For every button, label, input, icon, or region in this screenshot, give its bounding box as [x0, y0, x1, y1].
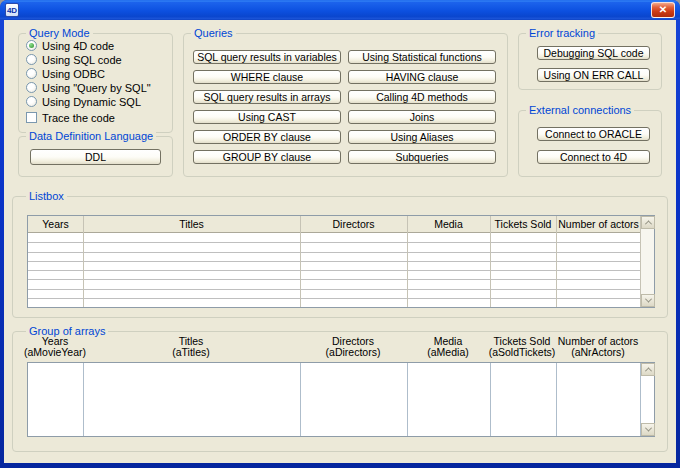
chevron-up-icon: [644, 220, 651, 227]
radio-label: Using 4D code: [42, 40, 114, 52]
array-variable-name: (aDirectors): [326, 346, 381, 358]
chevron-down-icon: [644, 425, 651, 432]
column-divider: [556, 363, 557, 436]
radio-using-4d-code[interactable]: Using 4D code: [26, 39, 114, 52]
array-header-years: Years (aMovieYear): [15, 336, 95, 358]
radio-label: Using SQL code: [42, 54, 122, 66]
radio-button-icon: [26, 68, 37, 79]
using-on-err-call-button[interactable]: Using ON ERR CALL: [537, 68, 650, 82]
array-header-number-of-actors: Number of actors (aNrActors): [543, 336, 653, 358]
group-title: Error tracking: [526, 27, 598, 39]
listbox-header-row: Years Titles Directors Media Tickets Sol…: [28, 216, 641, 233]
array-variable-name: (aTitles): [172, 346, 210, 358]
radio-label: Using Dynamic SQL: [42, 96, 141, 108]
radio-button-icon: [26, 96, 37, 107]
column-header-media[interactable]: Media: [407, 216, 490, 232]
column-divider: [490, 216, 491, 307]
radio-button-icon: [26, 40, 37, 51]
radio-using-sql-code[interactable]: Using SQL code: [26, 53, 122, 66]
scroll-down-button[interactable]: [641, 423, 655, 436]
chevron-down-icon: [644, 296, 651, 303]
title-bar[interactable]: 4D ✕: [0, 0, 680, 20]
using-aliases-button[interactable]: Using Aliases: [348, 130, 496, 144]
sql-query-results-in-variables-button[interactable]: SQL query results in variables: [193, 50, 341, 64]
column-header-number-of-actors[interactable]: Number of actors: [556, 216, 641, 232]
calling-4d-methods-button[interactable]: Calling 4D methods: [348, 90, 496, 104]
group-by-clause-button[interactable]: GROUP BY clause: [193, 150, 341, 164]
debugging-sql-code-button[interactable]: Debugging SQL code: [537, 46, 650, 60]
table-row[interactable]: [28, 234, 641, 243]
group-title: Queries: [191, 27, 236, 39]
array-header-titles: Titles (aTitles): [131, 336, 251, 358]
chevron-up-icon: [644, 367, 651, 374]
table-row[interactable]: [28, 290, 641, 299]
column-divider: [407, 216, 408, 307]
using-statistical-functions-button[interactable]: Using Statistical functions: [348, 50, 496, 64]
column-divider: [83, 363, 84, 436]
app-icon: 4D: [5, 3, 19, 17]
table-row[interactable]: [28, 271, 641, 280]
radio-using-dynamic-sql[interactable]: Using Dynamic SQL: [26, 95, 141, 108]
table-row[interactable]: [28, 299, 641, 307]
radio-using-odbc[interactable]: Using ODBC: [26, 67, 105, 80]
sql-query-results-in-arrays-button[interactable]: SQL query results in arrays: [193, 90, 341, 104]
radio-using-query-by-sql[interactable]: Using "Query by SQL": [26, 81, 151, 94]
group-title: External connections: [526, 104, 634, 116]
array-header-media: Media (aMedia): [408, 336, 488, 358]
group-title: Query Mode: [26, 27, 93, 39]
listbox-table[interactable]: Years Titles Directors Media Tickets Sol…: [27, 215, 655, 308]
column-divider: [300, 363, 301, 436]
checkbox-label: Trace the code: [42, 112, 115, 124]
radio-button-icon: [26, 54, 37, 65]
checkbox-icon: [26, 112, 37, 123]
close-button[interactable]: ✕: [651, 2, 675, 18]
connect-to-oracle-button[interactable]: Connect to ORACLE: [537, 127, 650, 141]
close-icon: ✕: [659, 5, 667, 15]
listbox-vertical-scrollbar[interactable]: [640, 216, 654, 307]
scroll-up-button[interactable]: [641, 216, 655, 229]
radio-label: Using "Query by SQL": [42, 82, 151, 94]
app-window: 4D ✕ Query Mode Using 4D code Using SQL …: [0, 0, 680, 468]
array-variable-name: (aNrActors): [571, 346, 625, 358]
scroll-up-button[interactable]: [641, 363, 655, 376]
column-divider: [556, 216, 557, 307]
group-of-arrays-listbox[interactable]: [27, 362, 655, 437]
column-header-years[interactable]: Years: [28, 216, 83, 232]
table-row[interactable]: [28, 262, 641, 271]
radio-label: Using ODBC: [42, 68, 105, 80]
window-body: Query Mode Using 4D code Using SQL code …: [4, 20, 676, 463]
joins-button[interactable]: Joins: [348, 110, 496, 124]
table-row[interactable]: [28, 253, 641, 262]
radio-button-icon: [26, 82, 37, 93]
connect-to-4d-button[interactable]: Connect to 4D: [537, 150, 650, 164]
checkbox-trace-the-code[interactable]: Trace the code: [26, 111, 115, 124]
array-variable-name: (aMovieYear): [24, 346, 86, 358]
subqueries-button[interactable]: Subqueries: [348, 150, 496, 164]
ddl-button[interactable]: DDL: [30, 149, 161, 165]
using-cast-button[interactable]: Using CAST: [193, 110, 341, 124]
group-external-connections: External connections: [518, 110, 662, 177]
column-header-tickets-sold[interactable]: Tickets Sold: [490, 216, 556, 232]
order-by-clause-button[interactable]: ORDER BY clause: [193, 130, 341, 144]
column-divider: [300, 216, 301, 307]
array-variable-name: (aMedia): [427, 346, 468, 358]
column-divider: [407, 363, 408, 436]
column-divider: [490, 363, 491, 436]
having-clause-button[interactable]: HAVING clause: [348, 70, 496, 84]
array-header-directors: Directors (aDirectors): [303, 336, 403, 358]
arrays-vertical-scrollbar[interactable]: [640, 363, 654, 436]
table-row[interactable]: [28, 280, 641, 289]
group-title: Listbox: [26, 190, 67, 202]
column-divider: [83, 216, 84, 307]
column-header-titles[interactable]: Titles: [83, 216, 300, 232]
scroll-down-button[interactable]: [641, 294, 655, 307]
listbox-body: [28, 234, 641, 307]
table-row[interactable]: [28, 243, 641, 252]
where-clause-button[interactable]: WHERE clause: [193, 70, 341, 84]
group-title: Data Definition Language: [26, 130, 156, 142]
column-header-directors[interactable]: Directors: [300, 216, 407, 232]
